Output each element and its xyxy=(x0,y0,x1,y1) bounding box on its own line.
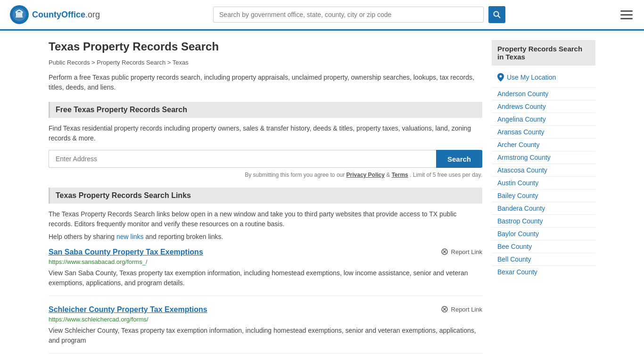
sidebar: Property Records Search in Texas Use My … xyxy=(492,40,595,362)
search-icon xyxy=(493,11,501,18)
form-disclaimer: By submitting this form you agree to our… xyxy=(49,172,482,178)
result-title-row: San Saba County Property Tax Exemptions … xyxy=(49,248,482,256)
breadcrumb: Public Records > Property Records Search… xyxy=(49,59,482,66)
hamburger-line xyxy=(620,18,633,19)
sidebar-county-link[interactable]: Bastrop County xyxy=(492,214,595,227)
sidebar-county-link[interactable]: Aransas County xyxy=(492,125,595,138)
header-search-input[interactable] xyxy=(213,7,484,23)
logo-icon: 🏛 xyxy=(9,5,29,25)
new-links-link[interactable]: new links xyxy=(116,233,144,240)
links-section: Texas Property Records Search Links The … xyxy=(49,188,482,354)
svg-point-3 xyxy=(494,12,499,16)
links-help-text: Help others by sharing new links and rep… xyxy=(49,233,482,240)
result-title[interactable]: San Saba County Property Tax Exemptions xyxy=(49,248,203,256)
content-area: Texas Property Records Search Public Rec… xyxy=(49,40,482,362)
sidebar-county-link[interactable]: Bell County xyxy=(492,253,595,265)
address-search-row: Search xyxy=(49,150,482,168)
search-button[interactable]: Search xyxy=(436,150,482,168)
header-search-button[interactable] xyxy=(488,6,505,23)
result-item: San Saba County Property Tax Exemptions … xyxy=(49,248,482,296)
sidebar-county-link[interactable]: Baylor County xyxy=(492,227,595,240)
report-icon xyxy=(441,248,448,255)
privacy-policy-link[interactable]: Privacy Policy xyxy=(347,172,385,178)
breadcrumb-property-records[interactable]: Property Records Search xyxy=(97,59,165,66)
svg-line-4 xyxy=(498,16,501,18)
sidebar-counties: Anderson CountyAndrews CountyAngelina Co… xyxy=(492,87,595,278)
sidebar-county-link[interactable]: Archer County xyxy=(492,138,595,151)
main-container: Texas Property Records Search Public Rec… xyxy=(39,31,605,362)
report-icon xyxy=(441,305,448,313)
svg-text:🏛: 🏛 xyxy=(15,9,24,19)
result-item: Schleicher County Property Tax Exemption… xyxy=(49,305,482,354)
result-url: https://www.sansabacad.org/forms_/ xyxy=(49,258,482,265)
breadcrumb-sep: > xyxy=(167,59,173,66)
sidebar-county-link[interactable]: Armstrong County xyxy=(492,151,595,164)
hamburger-line xyxy=(620,10,633,12)
hamburger-line xyxy=(620,14,633,16)
free-search-heading: Free Texas Property Records Search xyxy=(49,102,482,118)
address-input[interactable] xyxy=(49,150,436,168)
sidebar-county-link[interactable]: Andrews County xyxy=(492,100,595,113)
result-title[interactable]: Schleicher County Property Tax Exemption… xyxy=(49,305,207,314)
intro-text: Perform a free Texas public property rec… xyxy=(49,73,482,92)
links-section-heading: Texas Property Records Search Links xyxy=(49,188,482,204)
logo-text: CountyOffice.org xyxy=(32,10,100,20)
sidebar-county-link[interactable]: Bee County xyxy=(492,240,595,253)
sidebar-county-link[interactable]: Angelina County xyxy=(492,113,595,125)
header: 🏛 CountyOffice.org xyxy=(0,0,644,31)
hamburger-menu-button[interactable] xyxy=(619,8,635,21)
sidebar-header: Property Records Search in Texas xyxy=(492,40,595,66)
sidebar-county-link[interactable]: Bailey County xyxy=(492,189,595,202)
result-url: https://www.schleichercad.org/forms/ xyxy=(49,316,482,323)
result-title-row: Schleicher County Property Tax Exemption… xyxy=(49,305,482,314)
sidebar-county-link[interactable]: Anderson County xyxy=(492,87,595,100)
use-my-location-link[interactable]: Use My Location xyxy=(492,70,595,84)
header-search-area xyxy=(213,6,505,23)
sidebar-county-link[interactable]: Bexar County xyxy=(492,265,595,278)
terms-link[interactable]: Terms xyxy=(392,172,408,178)
breadcrumb-texas: Texas xyxy=(173,59,189,66)
free-search-section: Free Texas Property Records Search Find … xyxy=(49,102,482,178)
report-link-button[interactable]: Report Link xyxy=(441,305,482,313)
breadcrumb-sep: > xyxy=(91,59,97,66)
sidebar-county-link[interactable]: Atascosa County xyxy=(492,164,595,176)
result-description: View Schleicher County, Texas property t… xyxy=(49,326,482,346)
sidebar-county-link[interactable]: Bandera County xyxy=(492,202,595,214)
report-link-button[interactable]: Report Link xyxy=(441,248,482,255)
page-title: Texas Property Records Search xyxy=(49,40,482,53)
free-search-description: Find Texas residential property records … xyxy=(49,123,482,143)
links-description: The Texas Property Records Search links … xyxy=(49,209,482,229)
result-description: View San Saba County, Texas property tax… xyxy=(49,268,482,288)
logo-area: 🏛 CountyOffice.org xyxy=(9,5,100,25)
breadcrumb-public-records[interactable]: Public Records xyxy=(49,59,90,66)
location-pin-icon xyxy=(497,73,504,82)
sidebar-county-link[interactable]: Austin County xyxy=(492,176,595,189)
